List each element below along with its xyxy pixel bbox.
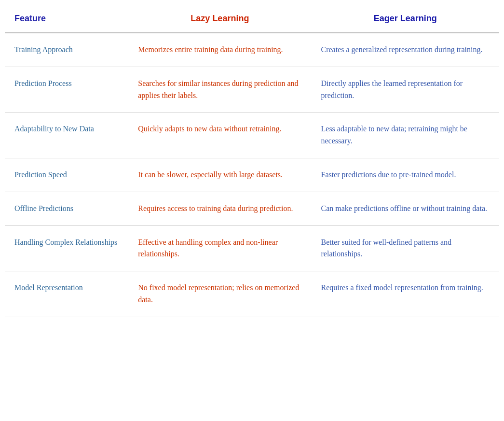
lazy-cell: Memorizes entire training data during tr… [128, 33, 311, 67]
eager-cell: Can make predictions offline or without … [312, 192, 500, 225]
header-eager: Eager Learning [312, 5, 500, 33]
lazy-cell: It can be slower, especially with large … [128, 158, 311, 192]
lazy-cell: Effective at handling complex and non-li… [128, 225, 311, 271]
table-row: Prediction ProcessSearches for similar i… [5, 67, 499, 112]
table-row: Prediction SpeedIt can be slower, especi… [5, 158, 499, 192]
lazy-cell: No fixed model representation; relies on… [128, 271, 311, 317]
feature-cell: Handling Complex Relationships [5, 225, 128, 271]
table-header-row: Feature Lazy Learning Eager Learning [5, 5, 499, 33]
eager-cell: Requires a fixed model representation fr… [312, 271, 500, 317]
feature-cell: Offline Predictions [5, 192, 128, 225]
comparison-table-container: Feature Lazy Learning Eager Learning Tra… [0, 0, 504, 327]
feature-cell: Prediction Process [5, 67, 128, 112]
lazy-cell: Quickly adapts to new data without retra… [128, 112, 311, 158]
table-row: Offline PredictionsRequires access to tr… [5, 192, 499, 225]
feature-cell: Prediction Speed [5, 158, 128, 192]
eager-cell: Faster predictions due to pre-trained mo… [312, 158, 500, 192]
table-row: Adaptability to New DataQuickly adapts t… [5, 112, 499, 158]
lazy-cell: Searches for similar instances during pr… [128, 67, 311, 112]
table-row: Model RepresentationNo fixed model repre… [5, 271, 499, 317]
table-row: Training ApproachMemorizes entire traini… [5, 33, 499, 67]
feature-cell: Adaptability to New Data [5, 112, 128, 158]
comparison-table: Feature Lazy Learning Eager Learning Tra… [5, 5, 499, 317]
header-feature: Feature [5, 5, 128, 33]
eager-cell: Less adaptable to new data; retraining m… [312, 112, 500, 158]
header-lazy: Lazy Learning [128, 5, 311, 33]
eager-cell: Better suited for well-defined patterns … [312, 225, 500, 271]
feature-cell: Model Representation [5, 271, 128, 317]
eager-cell: Directly applies the learned representat… [312, 67, 500, 112]
feature-cell: Training Approach [5, 33, 128, 67]
table-body: Training ApproachMemorizes entire traini… [5, 33, 499, 317]
table-row: Handling Complex RelationshipsEffective … [5, 225, 499, 271]
eager-cell: Creates a generalized representation dur… [312, 33, 500, 67]
lazy-cell: Requires access to training data during … [128, 192, 311, 225]
